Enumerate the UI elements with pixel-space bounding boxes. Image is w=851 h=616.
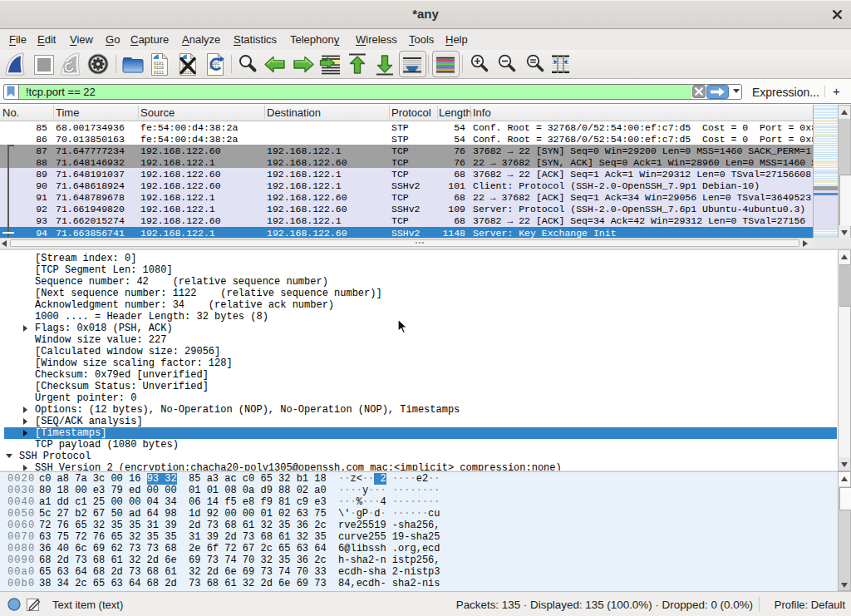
- svg-text:0111: 0111: [154, 71, 164, 76]
